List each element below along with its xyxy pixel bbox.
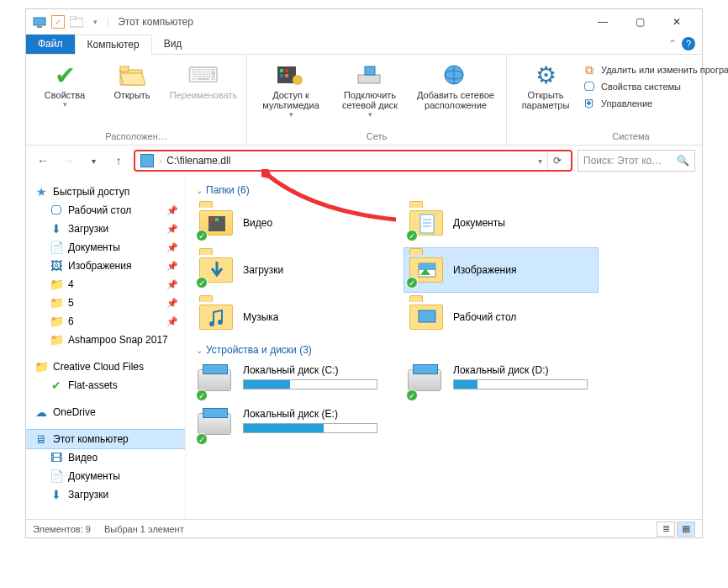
tree-this-pc[interactable]: 🖥Этот компьютер <box>26 430 185 448</box>
tree-desktop[interactable]: 🖵Рабочий стол📌 <box>26 201 185 220</box>
manage-label: Управление <box>601 98 652 109</box>
map-drive-button[interactable]: Подключить сетевой диск ▾ <box>333 58 407 119</box>
tree-creative-cloud[interactable]: 📁Creative Cloud Files <box>26 358 185 376</box>
drive-e[interactable]: ✓ Локальный диск (E:) <box>194 405 388 445</box>
main-area: ★Быстрый доступ 🖵Рабочий стол📌 ⬇Загрузки… <box>26 176 702 519</box>
download-icon: ⬇ <box>50 222 63 236</box>
svg-point-28 <box>209 321 214 326</box>
open-settings-button[interactable]: ⚙ Открыть параметры <box>515 58 576 110</box>
sync-check-icon: ✓ <box>196 389 208 401</box>
close-button[interactable]: ✕ <box>658 9 695 34</box>
desktop-icon: 🖵 <box>50 204 63 217</box>
video-icon: 🎞 <box>50 451 63 464</box>
pc-icon <box>33 15 46 29</box>
folder-music[interactable]: Музыка <box>194 295 388 339</box>
address-path: C:\filename.dll <box>166 155 533 167</box>
tree-ashampoo[interactable]: 📁Ashampoo Snap 2017 <box>26 331 185 349</box>
explorer-window: ✓ ▾ | Этот компьютер — ▢ ✕ Файл Компьюте… <box>25 8 703 538</box>
tree-documents[interactable]: 📄Документы📌 <box>26 238 185 257</box>
tree-label: Ashampoo Snap 2017 <box>68 334 168 346</box>
item-label: Изображения <box>453 264 594 276</box>
tree-onedrive[interactable]: ☁OneDrive <box>26 403 185 421</box>
folder-downloads[interactable]: ✓ Загрузки <box>194 248 388 292</box>
manage-button[interactable]: ⛨ Управление <box>583 97 728 110</box>
tree-videos[interactable]: 🎞Видео <box>26 448 185 467</box>
add-network-location-button[interactable]: Добавить сетевое расположение <box>414 58 498 110</box>
download-icon: ⬇ <box>50 488 63 501</box>
address-dropdown-icon[interactable]: ▾ <box>538 156 542 166</box>
ribbon-group-network: Доступ к мультимедиа ▾ Подключить сетево… <box>247 55 507 145</box>
uninstall-program-button[interactable]: ⧉ Удалить или изменить программу <box>583 63 728 77</box>
folder-desktop[interactable]: Рабочий стол <box>404 295 598 339</box>
folder-pictures[interactable]: ✓ Изображения <box>404 248 598 292</box>
tree-flat-assets[interactable]: ✔Flat-assets <box>26 376 185 395</box>
drive-label: Локальный диск (D:) <box>453 364 594 376</box>
drive-label: Локальный диск (C:) <box>243 364 384 376</box>
properties-button[interactable]: ✔ Свойства ▾ <box>34 58 95 109</box>
group-label-network: Сеть <box>367 130 387 143</box>
devices-section-header[interactable]: ⌄ Устройства и диски (3) <box>194 339 694 361</box>
window-title: Этот компьютер <box>118 16 193 28</box>
collapse-ribbon-icon[interactable]: ⌃ <box>668 38 677 50</box>
tree-folder-5[interactable]: 📁5📌 <box>26 294 185 312</box>
recent-locations-button[interactable]: ▾ <box>83 151 103 171</box>
checkmark-icon: ✔ <box>51 61 78 88</box>
tree-label: Flat-assets <box>68 379 118 391</box>
ribbon: ✔ Свойства ▾ Открыть ⌨ Переименовать Рас… <box>26 55 702 146</box>
svg-marker-6 <box>120 73 145 85</box>
tree-downloads[interactable]: ⬇Загрузки📌 <box>26 220 185 238</box>
svg-rect-20 <box>215 218 219 221</box>
folder-icon[interactable] <box>70 15 83 29</box>
tree-label: 6 <box>68 315 74 327</box>
tree-quick-access[interactable]: ★Быстрый доступ <box>26 183 185 201</box>
item-label: Документы <box>453 217 594 229</box>
details-view-button[interactable]: ≣ <box>657 522 675 537</box>
usage-bar <box>453 379 588 389</box>
pictures-folder-icon: ✓ <box>408 253 445 287</box>
tree-documents2[interactable]: 📄Документы <box>26 467 185 485</box>
up-button[interactable]: ↑ <box>108 151 129 171</box>
status-bar: Элементов: 9 Выбран 1 элемент ≣ ▦ <box>26 519 702 538</box>
tab-file[interactable]: Файл <box>26 34 75 54</box>
tree-folder-4[interactable]: 📁4📌 <box>26 275 185 294</box>
network-drive-icon <box>356 61 383 88</box>
checkbox-icon[interactable]: ✓ <box>51 15 65 29</box>
system-properties-button[interactable]: 🖵 Свойства системы <box>583 80 728 93</box>
help-icon[interactable]: ? <box>682 37 695 50</box>
media-access-button[interactable]: Доступ к мультимедиа ▾ <box>256 58 326 119</box>
folder-icon: 📁 <box>50 296 63 310</box>
svg-rect-14 <box>365 66 375 75</box>
tree-label: Загрузки <box>68 223 108 235</box>
ribbon-group-system: ⚙ Открыть параметры ⧉ Удалить или измени… <box>507 55 728 145</box>
maximize-button[interactable]: ▢ <box>621 9 658 34</box>
search-box[interactable]: Поиск: Этот ко… 🔍 <box>578 150 695 172</box>
folder-documents[interactable]: ✓ Документы <box>404 201 598 245</box>
box-icon: ⧉ <box>583 63 596 77</box>
refresh-button[interactable]: ⟳ <box>547 151 566 170</box>
folders-section-header[interactable]: ⌄ Папки (6) <box>194 179 694 201</box>
tab-computer[interactable]: Компьютер <box>75 34 152 55</box>
tree-folder-6[interactable]: 📁6📌 <box>26 312 185 331</box>
open-label: Открыть <box>113 90 150 100</box>
svg-rect-13 <box>358 75 380 83</box>
minimize-button[interactable]: — <box>584 9 621 34</box>
tiles-view-button[interactable]: ▦ <box>677 522 695 537</box>
folder-icon: 📁 <box>50 278 63 291</box>
tab-view[interactable]: Вид <box>152 34 194 54</box>
back-button[interactable]: ← <box>33 151 53 171</box>
star-icon: ★ <box>34 185 48 199</box>
titlebar: ✓ ▾ | Этот компьютер — ▢ ✕ <box>26 9 702 34</box>
sysprops-label: Свойства системы <box>601 82 681 92</box>
qat-dropdown-icon[interactable]: ▾ <box>88 15 102 29</box>
drives-grid: ✓ Локальный диск (C:) ✓ Локальный диск (… <box>194 361 694 445</box>
address-bar[interactable]: › C:\filename.dll ▾ ⟳ <box>134 150 572 172</box>
folder-videos[interactable]: ✓ Видео <box>194 201 388 245</box>
item-label: Видео <box>243 217 384 229</box>
drive-c[interactable]: ✓ Локальный диск (C:) <box>194 361 388 401</box>
content-pane: ⌄ Папки (6) ✓ Видео ✓ Документы ✓ Загруз… <box>186 176 702 519</box>
uninstall-label: Удалить или изменить программу <box>601 65 728 75</box>
tree-pictures[interactable]: 🖼Изображения📌 <box>26 257 185 275</box>
open-button[interactable]: Открыть <box>102 58 162 100</box>
tree-downloads2[interactable]: ⬇Загрузки <box>26 485 185 504</box>
drive-d[interactable]: ✓ Локальный диск (D:) <box>404 361 598 401</box>
